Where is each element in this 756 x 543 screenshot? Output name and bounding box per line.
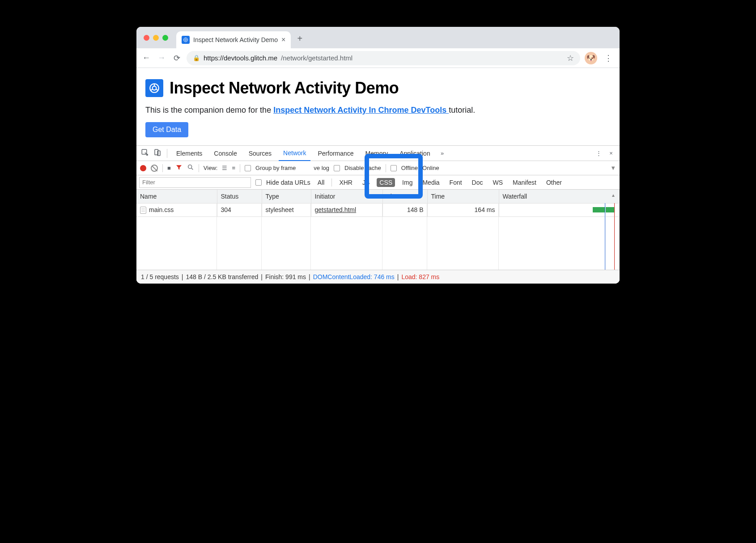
bookmark-icon[interactable]: ☆ — [567, 53, 574, 63]
url-host: https://devtools.glitch.me — [204, 54, 277, 62]
address-bar[interactable]: 🔒 https://devtools.glitch.me/network/get… — [187, 51, 580, 65]
tab-application[interactable]: Application — [395, 146, 435, 161]
tutorial-link[interactable]: Inspect Network Activity In Chrome DevTo… — [273, 106, 449, 115]
filter-type-font[interactable]: Font — [447, 178, 465, 187]
inspect-element-icon[interactable] — [140, 148, 150, 158]
throttling-dropdown-icon[interactable]: ▼ — [610, 165, 616, 171]
cell-type: stylesheet — [262, 203, 311, 216]
hide-data-urls-checkbox[interactable] — [255, 179, 262, 186]
offline-checkbox[interactable] — [391, 165, 397, 171]
status-transferred: 148 B / 2.5 KB transferred — [186, 273, 258, 280]
favicon-icon — [182, 36, 190, 44]
window-controls — [144, 35, 168, 41]
tab-elements[interactable]: Elements — [172, 146, 207, 161]
browser-toolbar: ← → ⟳ 🔒 https://devtools.glitch.me/netwo… — [136, 48, 620, 68]
profile-avatar[interactable]: 🐶 — [585, 52, 597, 64]
tab-strip: Inspect Network Activity Demo × + — [136, 27, 620, 48]
status-requests: 1 / 5 requests — [141, 273, 179, 280]
forward-button[interactable]: → — [156, 53, 167, 63]
cell-name: main.css — [136, 203, 217, 216]
col-time[interactable]: Time — [427, 190, 499, 203]
maximize-window-button[interactable] — [162, 35, 168, 41]
tab-memory[interactable]: Memory — [361, 146, 393, 161]
filter-type-xhr[interactable]: XHR — [336, 178, 355, 187]
network-table: Name Status Type Initiator Size Time Wat… — [136, 190, 620, 270]
filter-type-doc[interactable]: Doc — [469, 178, 486, 187]
svg-line-6 — [156, 89, 158, 90]
devtools-settings-icon[interactable]: ⋮ — [594, 150, 603, 157]
initiator-link[interactable]: getstarted.html — [315, 206, 357, 213]
svg-point-10 — [188, 165, 192, 169]
device-toolbar-icon[interactable] — [153, 148, 162, 158]
clear-button[interactable] — [151, 165, 158, 172]
col-size[interactable]: Size — [382, 190, 427, 203]
status-domcontentloaded: DOMContentLoaded: 746 ms — [313, 273, 395, 280]
large-rows-icon[interactable]: ☰ — [222, 165, 227, 171]
minimize-window-button[interactable] — [153, 35, 159, 41]
network-status-bar: 1 / 5 requests | 148 B / 2.5 KB transfer… — [136, 270, 620, 284]
back-button[interactable]: ← — [141, 53, 152, 63]
svg-line-11 — [191, 168, 193, 170]
cell-size: 148 B — [382, 203, 427, 216]
hide-data-urls-label: Hide data URLs — [266, 179, 310, 186]
browser-menu-icon[interactable]: ⋮ — [602, 53, 615, 63]
tab-performance[interactable]: Performance — [313, 146, 358, 161]
cell-initiator: getstarted.html — [311, 203, 382, 216]
search-icon[interactable] — [187, 164, 194, 172]
filter-type-all[interactable]: All — [315, 178, 327, 187]
close-tab-icon[interactable]: × — [281, 36, 285, 44]
url-path: /network/getstarted.html — [281, 54, 353, 62]
record-button[interactable] — [140, 165, 146, 171]
camera-icon[interactable]: ■ — [167, 165, 171, 171]
network-toolbar: ■ View: ☰ ≡ Group by frame ve log Disabl… — [136, 161, 620, 175]
group-by-frame-label: Group by frame — [255, 165, 296, 171]
filter-type-media[interactable]: Media — [420, 178, 442, 187]
overview-icon[interactable]: ≡ — [232, 165, 235, 171]
tab-console[interactable]: Console — [209, 146, 241, 161]
view-label: View: — [204, 165, 218, 171]
table-header-row: Name Status Type Initiator Size Time Wat… — [136, 190, 620, 203]
filter-type-js[interactable]: JS — [360, 178, 372, 187]
filter-input[interactable] — [139, 177, 251, 188]
filter-type-ws[interactable]: WS — [490, 178, 506, 187]
group-by-frame-checkbox[interactable] — [245, 165, 251, 171]
col-name[interactable]: Name — [136, 190, 217, 203]
filter-type-img[interactable]: Img — [399, 178, 415, 187]
get-data-button[interactable]: Get Data — [145, 122, 188, 137]
file-icon — [140, 207, 146, 214]
col-status[interactable]: Status — [217, 190, 262, 203]
browser-tab[interactable]: Inspect Network Activity Demo × — [176, 31, 291, 48]
new-tab-button[interactable]: + — [297, 34, 302, 44]
status-finish: Finish: 991 ms — [265, 273, 306, 280]
desc-post: tutorial. — [449, 106, 475, 115]
cell-status: 304 — [217, 203, 262, 216]
browser-window: Inspect Network Activity Demo × + ← → ⟳ … — [136, 27, 620, 284]
devtools-panel: Elements Console Sources Network Perform… — [136, 145, 620, 284]
disable-cache-checkbox[interactable] — [334, 165, 340, 171]
filter-icon[interactable] — [175, 164, 183, 172]
online-label[interactable]: Online — [422, 165, 439, 171]
filter-type-other[interactable]: Other — [544, 178, 565, 187]
filter-type-css[interactable]: CSS — [377, 178, 395, 187]
disable-cache-label: Disable cache — [344, 165, 381, 171]
table-row[interactable]: main.css 304 stylesheet getstarted.html … — [136, 203, 620, 216]
tab-sources[interactable]: Sources — [244, 146, 276, 161]
network-filter-bar: Hide data URLs All XHR JS CSS Img Media … — [136, 175, 620, 190]
cell-waterfall — [499, 203, 620, 216]
col-waterfall[interactable]: Waterfall — [499, 190, 620, 203]
page-content: Inspect Network Activity Demo This is th… — [136, 68, 620, 145]
close-window-button[interactable] — [144, 35, 149, 41]
offline-label: Offline — [401, 165, 418, 171]
status-load: Load: 827 ms — [401, 273, 439, 280]
col-type[interactable]: Type — [262, 190, 311, 203]
svg-point-1 — [185, 39, 187, 41]
page-logo-icon — [145, 79, 163, 97]
filter-type-manifest[interactable]: Manifest — [510, 178, 539, 187]
desc-pre: This is the companion demo for the — [145, 106, 273, 115]
col-initiator[interactable]: Initiator — [311, 190, 382, 203]
lock-icon: 🔒 — [193, 55, 200, 61]
more-tabs-icon[interactable]: » — [437, 150, 447, 157]
tab-network[interactable]: Network — [279, 146, 310, 161]
reload-button[interactable]: ⟳ — [171, 53, 182, 63]
devtools-close-icon[interactable]: × — [606, 150, 616, 157]
